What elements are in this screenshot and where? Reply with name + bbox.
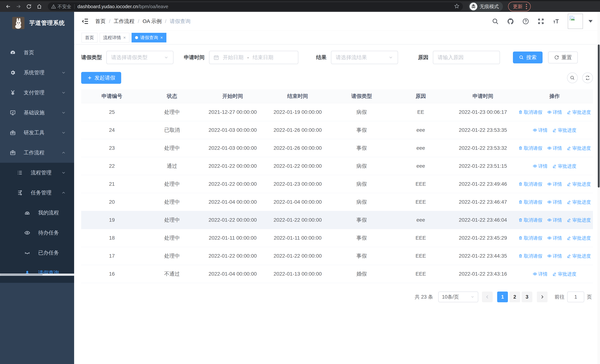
progress-action-link[interactable]: 审批进度 (567, 181, 591, 187)
detail-action-link[interactable]: 详情 (547, 217, 562, 223)
cell: 病假 (331, 175, 392, 193)
dashboard-icon (10, 49, 16, 56)
detail-action-link[interactable]: 详情 (547, 199, 562, 205)
tab-请假查询[interactable]: 请假查询× (131, 33, 166, 42)
sidebar-item-请假查询[interactable]: 请假查询 (0, 263, 74, 283)
github-icon[interactable] (507, 18, 514, 25)
help-icon[interactable] (522, 18, 529, 25)
trash-icon (518, 110, 523, 114)
browser-back-button[interactable] (4, 2, 13, 11)
search-button[interactable]: 搜索 (513, 52, 543, 63)
close-icon[interactable]: × (123, 35, 126, 40)
progress-action-link[interactable]: 审批进度 (552, 163, 576, 169)
search-icon (519, 55, 524, 60)
sidebar-item-基础设施[interactable]: 基础设施 (0, 103, 74, 123)
detail-action-link[interactable]: 详情 (547, 253, 562, 259)
breadcrumb-item: 请假查询 (170, 18, 190, 25)
progress-action-link[interactable]: 审批进度 (567, 235, 591, 241)
column-header-原因: 原因 (392, 89, 450, 103)
sidebar-item-待办任务[interactable]: 待办任务 (0, 223, 74, 243)
detail-action-link[interactable]: 详情 (533, 127, 548, 133)
leave-type-select[interactable]: 请选择请假类型 (106, 51, 173, 64)
sidebar-item-任务管理[interactable]: 任务管理 (0, 183, 74, 203)
user-avatar[interactable] (568, 14, 583, 29)
detail-action-link[interactable]: 详情 (547, 181, 562, 187)
cancel-action-link[interactable]: 取消请假 (518, 181, 542, 187)
progress-action-link[interactable]: 审批进度 (567, 109, 591, 115)
address-bar[interactable]: 不安全 dashboard.yudao.iocoder.cn/bpm/oa/le… (48, 2, 463, 11)
progress-action-link[interactable]: 审批进度 (567, 217, 591, 223)
avatar-caret-icon[interactable] (589, 20, 593, 23)
browser-reload-button[interactable] (24, 2, 33, 11)
progress-action-link[interactable]: 审批进度 (552, 271, 576, 277)
sidebar-menu: 首页系统管理支付管理基础设施研发工具工作流程流程管理任务管理我的流程待办任务已办… (0, 43, 74, 283)
result-select[interactable]: 请选择流结果 (331, 51, 398, 64)
page-scrollbar[interactable] (597, 12, 600, 364)
fullscreen-icon[interactable] (537, 18, 544, 25)
browser-menu-icon[interactable] (526, 4, 527, 9)
detail-action-link[interactable]: 详情 (547, 109, 562, 115)
search-icon[interactable] (492, 18, 499, 25)
detail-action-link[interactable]: 详情 (547, 235, 562, 241)
browser-update-button[interactable]: 更新 (508, 2, 531, 11)
sidebar-item-已办任务[interactable]: 已办任务 (0, 243, 74, 263)
detail-action-link[interactable]: 详情 (533, 163, 548, 169)
chevron-down-icon (470, 295, 475, 299)
sidebar-item-首页[interactable]: 首页 (0, 43, 74, 63)
page-button-1[interactable]: 1 (497, 291, 508, 302)
breadcrumb-item[interactable]: 首页 (95, 18, 106, 25)
show-search-button[interactable] (567, 73, 578, 83)
progress-action-link[interactable]: 审批进度 (567, 199, 591, 205)
close-icon[interactable]: × (160, 35, 163, 40)
sidebar-item-系统管理[interactable]: 系统管理 (0, 63, 74, 83)
sidebar-item-研发工具[interactable]: 研发工具 (0, 123, 74, 143)
active-dot-icon (135, 36, 138, 39)
sidebar-item-label: 首页 (24, 49, 34, 56)
tab-流程详情[interactable]: 流程详情× (100, 33, 129, 42)
detail-action-link[interactable]: 详情 (533, 271, 548, 277)
bookmark-star-icon[interactable] (454, 3, 459, 10)
refresh-table-button[interactable] (582, 73, 593, 83)
cancel-action-link[interactable]: 取消请假 (518, 145, 542, 151)
page-size-select[interactable]: 10条/页 (438, 291, 478, 302)
sidebar-scrollbar[interactable] (0, 274, 74, 276)
sidebar-item-工作流程[interactable]: 工作流程 (0, 143, 74, 163)
create-leave-button[interactable]: 发起请假 (81, 72, 121, 84)
security-warning[interactable]: 不安全 (51, 3, 71, 10)
sidebar-fold-button[interactable] (82, 18, 89, 25)
reset-button[interactable]: 重置 (548, 52, 578, 63)
sidebar-item-我的流程[interactable]: 我的流程 (0, 203, 74, 223)
cancel-action-link[interactable]: 取消请假 (518, 235, 542, 241)
tab-label: 请假查询 (140, 35, 158, 41)
breadcrumb-item[interactable]: 工作流程 (114, 18, 134, 25)
breadcrumb-item[interactable]: OA 示例 (143, 18, 162, 25)
cancel-action-link[interactable]: 取消请假 (518, 199, 542, 205)
sidebar-item-流程管理[interactable]: 流程管理 (0, 163, 74, 183)
cancel-action-link[interactable]: 取消请假 (518, 217, 542, 223)
font-size-icon[interactable] (553, 18, 560, 25)
tab-首页[interactable]: 首页 (82, 33, 97, 42)
page-scrollbar-thumb[interactable] (598, 45, 600, 187)
refresh-icon (554, 55, 559, 60)
cancel-action-link[interactable]: 取消请假 (518, 253, 542, 259)
sidebar-scrollbar-thumb[interactable] (0, 274, 43, 275)
sidebar-item-支付管理[interactable]: 支付管理 (0, 83, 74, 103)
browser-home-button[interactable] (35, 2, 44, 11)
incognito-badge[interactable]: 无痕模式 (469, 2, 503, 11)
reason-input[interactable]: 请输入原因 (433, 51, 500, 64)
progress-action-link[interactable]: 审批进度 (567, 145, 591, 151)
next-page-button[interactable] (537, 291, 548, 302)
action-links: 取消请假详情审批进度 (518, 109, 591, 115)
page-button-3[interactable]: 3 (522, 291, 532, 302)
progress-action-link[interactable]: 审批进度 (567, 253, 591, 259)
apply-time-range-picker[interactable]: 开始日期 - 结束日期 (209, 51, 298, 64)
prev-page-button[interactable] (482, 291, 493, 302)
goto-page-input[interactable]: 1 (567, 291, 584, 302)
cell: 2022-01-04 00:00:00 (201, 193, 264, 211)
action-label: 详情 (553, 253, 562, 259)
progress-action-link[interactable]: 审批进度 (552, 127, 576, 133)
cancel-action-link[interactable]: 取消请假 (518, 109, 542, 115)
browser-forward-button[interactable] (14, 2, 23, 11)
page-button-2[interactable]: 2 (509, 291, 520, 302)
detail-action-link[interactable]: 详情 (547, 145, 562, 151)
